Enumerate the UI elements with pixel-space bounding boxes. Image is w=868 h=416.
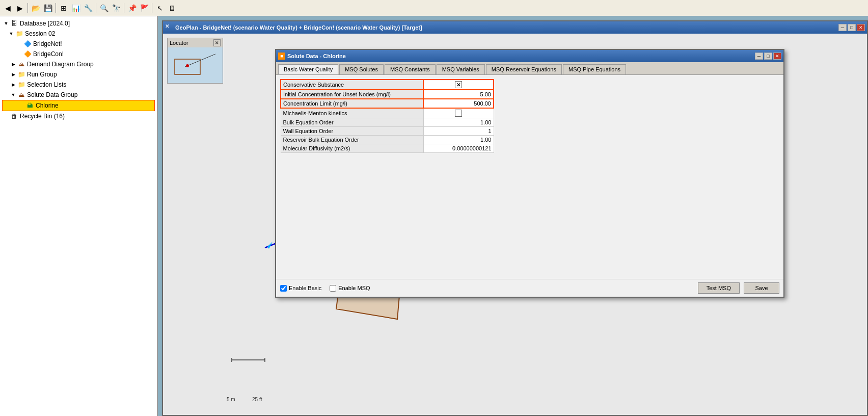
solute-group-icon: ⛰ xyxy=(17,91,25,99)
expand-solute-group-icon[interactable]: ▼ xyxy=(10,92,16,98)
table-row: Wall Equation Order 1 xyxy=(281,127,494,136)
tree-demand-diagram[interactable]: ▶ ⛰ Demand Diagram Group xyxy=(2,59,155,69)
pin-btn[interactable]: 📌 xyxy=(126,3,138,14)
row-label-reservoir-order: Reservoir Bulk Equation Order xyxy=(281,136,423,144)
tree-chlorine[interactable]: ▶ 🏔 Chlorine xyxy=(2,100,155,111)
table-row: Conservative Substance ✕ xyxy=(281,80,494,90)
demand-label: Demand Diagram Group xyxy=(27,61,94,68)
table-row: Initial Concentration for Unset Nodes (m… xyxy=(281,90,494,99)
geoplan-close-btn[interactable]: ✕ xyxy=(857,24,865,31)
dialog-close-btn[interactable]: ✕ xyxy=(773,53,781,60)
geoplan-title: GeoPlan - BridgeNet! (scenario Water Qua… xyxy=(175,24,838,31)
grid-btn[interactable]: ⊞ xyxy=(58,3,69,14)
selection-lists-label: Selection Lists xyxy=(27,81,66,88)
geoplan-window: ✕ GeoPlan - BridgeNet! (scenario Water Q… xyxy=(162,20,868,416)
tab-msq-solutes[interactable]: MSQ Solutes xyxy=(339,64,384,74)
flag-btn[interactable]: 🚩 xyxy=(139,3,150,14)
row-value-reservoir-order[interactable]: 1.00 xyxy=(423,136,494,144)
tree-session[interactable]: ▼ 📁 Session 02 xyxy=(2,29,155,39)
dialog-content: Basic Water Quality MSQ Solutes MSQ Cons… xyxy=(276,62,783,297)
conservative-checkbox[interactable]: ✕ xyxy=(455,81,462,88)
bridgenet-icon: 🔷 xyxy=(23,40,32,48)
bottom-right: Test MSQ Save xyxy=(698,282,779,294)
right-area: ✕ GeoPlan - BridgeNet! (scenario Water Q… xyxy=(158,16,868,416)
session-icon: 📁 xyxy=(15,30,23,38)
row-value-wall-order[interactable]: 1 xyxy=(423,127,494,136)
dialog-title-text: Solute Data - Chlorine xyxy=(287,53,755,59)
enable-basic-checkbox[interactable] xyxy=(280,285,287,292)
tree-database[interactable]: ▼ 🗄 Database [2024.0] xyxy=(2,18,155,29)
data-table: Conservative Substance ✕ xyxy=(280,79,494,153)
tree-recycle-bin[interactable]: ▶ 🗑 Recycle Bin (16) xyxy=(2,111,155,121)
back-btn[interactable]: ◀ xyxy=(2,3,13,14)
open-btn[interactable]: 📂 xyxy=(30,3,41,14)
table-row: Michaelis-Menton kinetics xyxy=(281,108,494,118)
forward-btn[interactable]: ▶ xyxy=(14,3,25,14)
row-value-conservative[interactable]: ✕ xyxy=(423,80,494,90)
tab-msq-pipe-equations[interactable]: MSQ Pipe Equations xyxy=(563,64,626,74)
dialog-titlebar: ■ Solute Data - Chlorine ─ □ ✕ xyxy=(276,50,783,62)
monitor-btn[interactable]: 🖥 xyxy=(167,3,178,14)
dialog-controls: ─ □ ✕ xyxy=(755,53,781,60)
tab-msq-reservoir-equations[interactable]: MSQ Reservoir Equations xyxy=(486,64,562,74)
row-label-conc-limit: Concentration Limit (mg/l) xyxy=(281,99,423,108)
tree-run-group[interactable]: ▶ 📁 Run Group xyxy=(2,69,155,80)
left-panel: ▼ 🗄 Database [2024.0] ▼ 📁 Session 02 ▶ 🔷… xyxy=(0,16,158,416)
enable-basic-label[interactable]: Enable Basic xyxy=(280,285,321,292)
row-value-initial-conc[interactable]: 5.00 xyxy=(423,90,494,99)
toolbar: ◀ ▶ 📂 💾 ⊞ 📊 🔧 🔍 🔭 📌 🚩 ↖ 🖥 xyxy=(0,0,868,16)
bottom-left: Enable Basic Enable MSQ xyxy=(280,285,370,292)
tab-bar: Basic Water Quality MSQ Solutes MSQ Cons… xyxy=(276,62,783,75)
binoculars-btn[interactable]: 🔭 xyxy=(111,3,122,14)
expand-database-icon[interactable]: ▼ xyxy=(3,20,9,27)
tree-bridgenet[interactable]: ▶ 🔷 BridgeNet! xyxy=(2,39,155,49)
session-label: Session 02 xyxy=(25,30,55,37)
row-label-bulk-order: Bulk Equation Order xyxy=(281,118,423,127)
tab-msq-constants[interactable]: MSQ Constants xyxy=(385,64,436,74)
table-row: Reservoir Bulk Equation Order 1.00 xyxy=(281,136,494,144)
row-value-bulk-order[interactable]: 1.00 xyxy=(423,118,494,127)
row-value-conc-limit[interactable]: 500.00 xyxy=(423,99,494,108)
recycle-label: Recycle Bin (16) xyxy=(20,113,65,120)
sort-btn[interactable]: 🔧 xyxy=(83,3,94,14)
expand-selection-icon[interactable]: ▶ xyxy=(10,82,16,88)
geoplan-controls: ─ □ ✕ xyxy=(838,24,865,31)
geoplan-minimize-btn[interactable]: ─ xyxy=(838,24,847,31)
michaelis-checkbox[interactable] xyxy=(455,110,462,117)
scale-label-meters: 5 m xyxy=(227,397,235,402)
table-row: Concentration Limit (mg/l) 500.00 xyxy=(281,99,494,108)
table-area: Conservative Substance ✕ xyxy=(276,75,783,279)
table-btn[interactable]: 📊 xyxy=(70,3,82,14)
bridgenet-label: BridgeNet! xyxy=(33,40,62,47)
tree-selection-lists[interactable]: ▶ 📁 Selection Lists xyxy=(2,80,155,90)
tree-solute-data-group[interactable]: ▼ ⛰ Solute Data Group xyxy=(2,90,155,100)
tab-basic-water-quality[interactable]: Basic Water Quality xyxy=(278,64,338,74)
geoplan-maximize-btn[interactable]: □ xyxy=(848,24,856,31)
dialog-bottom: Enable Basic Enable MSQ Test MSQ Save xyxy=(276,279,783,297)
dialog-minimize-btn[interactable]: ─ xyxy=(755,53,763,60)
tree-view: ▼ 🗄 Database [2024.0] ▼ 📁 Session 02 ▶ 🔷… xyxy=(0,16,157,416)
expand-run-icon[interactable]: ▶ xyxy=(10,71,16,77)
scale-label-feet: 25 ft xyxy=(252,397,262,402)
run-group-label: Run Group xyxy=(27,71,57,78)
dialog-maximize-btn[interactable]: □ xyxy=(764,53,772,60)
tab-msq-variables[interactable]: MSQ Variables xyxy=(437,64,485,74)
expand-demand-icon[interactable]: ▶ xyxy=(10,61,16,67)
bridgecon-label: BridgeCon! xyxy=(33,50,64,58)
recycle-icon: 🗑 xyxy=(10,112,18,120)
geoplan-icon: ✕ xyxy=(165,23,173,32)
cursor-btn[interactable]: ↖ xyxy=(154,3,166,14)
database-icon: 🗄 xyxy=(10,19,18,28)
enable-msq-label[interactable]: Enable MSQ xyxy=(330,285,370,292)
save-toolbar-btn[interactable]: 💾 xyxy=(42,3,53,14)
row-label-initial-conc: Initial Concentration for Unset Nodes (m… xyxy=(281,90,423,99)
test-msq-button[interactable]: Test MSQ xyxy=(698,282,740,294)
find-btn[interactable]: 🔍 xyxy=(98,3,110,14)
demand-icon: ⛰ xyxy=(17,60,25,68)
row-value-mol-diff[interactable]: 0.00000000121 xyxy=(423,144,494,153)
row-value-michaelis[interactable] xyxy=(423,108,494,118)
enable-msq-checkbox[interactable] xyxy=(330,285,336,292)
expand-session-icon[interactable]: ▼ xyxy=(8,31,14,37)
tree-bridgecon[interactable]: ▶ 🔶 BridgeCon! xyxy=(2,49,155,59)
save-button[interactable]: Save xyxy=(744,282,779,294)
